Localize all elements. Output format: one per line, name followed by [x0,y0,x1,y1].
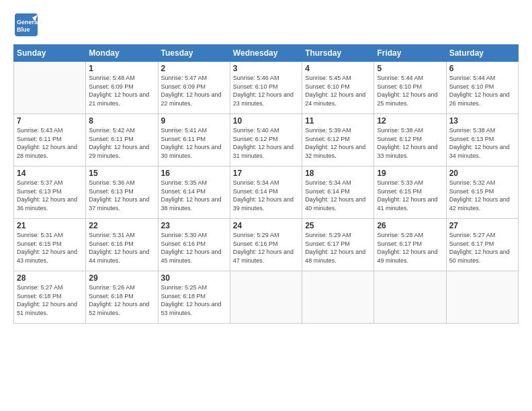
calendar-cell: 29Sunrise: 5:26 AMSunset: 6:18 PMDayligh… [86,271,158,324]
day-info: Sunrise: 5:33 AMSunset: 6:15 PMDaylight:… [377,179,443,212]
calendar: SundayMondayTuesdayWednesdayThursdayFrid… [13,44,519,324]
day-info: Sunrise: 5:47 AMSunset: 6:09 PMDaylight:… [161,74,227,107]
sunrise-text: Sunrise: 5:43 AM [17,126,83,135]
day-info: Sunrise: 5:27 AMSunset: 6:18 PMDaylight:… [17,283,83,317]
calendar-cell [446,271,518,324]
sunrise-text: Sunrise: 5:33 AM [377,179,443,187]
daylight-text: Daylight: 12 hours and 39 minutes. [233,195,299,212]
day-number: 2 [161,64,227,73]
sunset-text: Sunset: 6:09 PM [161,83,227,91]
daylight-text: Daylight: 12 hours and 28 minutes. [17,143,83,160]
day-number: 26 [377,221,443,230]
sunrise-text: Sunrise: 5:31 AM [89,231,154,240]
calendar-cell: 26Sunrise: 5:28 AMSunset: 6:17 PMDayligh… [374,219,446,271]
calendar-cell [374,271,446,324]
day-number: 14 [17,169,83,178]
daylight-text: Daylight: 12 hours and 43 minutes. [17,248,83,265]
calendar-cell: 9Sunrise: 5:41 AMSunset: 6:11 PMDaylight… [158,114,230,167]
calendar-cell: 2Sunrise: 5:47 AMSunset: 6:09 PMDaylight… [158,62,230,114]
calendar-cell: 13Sunrise: 5:38 AMSunset: 6:13 PMDayligh… [446,114,518,167]
sunrise-text: Sunrise: 5:47 AM [161,74,227,83]
sunrise-text: Sunrise: 5:38 AM [377,126,443,135]
day-info: Sunrise: 5:43 AMSunset: 6:11 PMDaylight:… [17,126,83,160]
daylight-text: Daylight: 12 hours and 50 minutes. [449,248,515,265]
daylight-text: Daylight: 12 hours and 23 minutes. [233,91,299,107]
sunrise-text: Sunrise: 5:29 AM [233,231,299,240]
calendar-cell: 12Sunrise: 5:38 AMSunset: 6:12 PMDayligh… [374,114,446,167]
day-number: 12 [377,116,443,126]
sunrise-text: Sunrise: 5:31 AM [17,231,83,240]
calendar-cell: 7Sunrise: 5:43 AMSunset: 6:11 PMDaylight… [14,114,86,167]
calendar-header-thursday: Thursday [302,45,374,62]
calendar-cell [302,271,374,324]
calendar-week-row: 14Sunrise: 5:37 AMSunset: 6:13 PMDayligh… [14,167,519,219]
sunrise-text: Sunrise: 5:27 AM [17,283,83,292]
sunset-text: Sunset: 6:13 PM [17,187,83,196]
day-number: 30 [161,273,227,283]
day-number: 10 [233,116,299,126]
daylight-text: Daylight: 12 hours and 52 minutes. [89,300,154,317]
sunset-text: Sunset: 6:16 PM [233,240,299,248]
day-info: Sunrise: 5:32 AMSunset: 6:15 PMDaylight:… [449,179,515,212]
day-info: Sunrise: 5:25 AMSunset: 6:18 PMDaylight:… [161,283,227,317]
calendar-week-row: 7Sunrise: 5:43 AMSunset: 6:11 PMDaylight… [14,114,519,167]
daylight-text: Daylight: 12 hours and 29 minutes. [89,143,154,160]
daylight-text: Daylight: 12 hours and 21 minutes. [89,91,154,107]
sunset-text: Sunset: 6:14 PM [233,187,299,196]
calendar-header-row: SundayMondayTuesdayWednesdayThursdayFrid… [14,45,519,62]
day-info: Sunrise: 5:44 AMSunset: 6:10 PMDaylight:… [449,74,515,107]
day-info: Sunrise: 5:37 AMSunset: 6:13 PMDaylight:… [17,179,83,212]
sunrise-text: Sunrise: 5:36 AM [89,179,154,187]
daylight-text: Daylight: 12 hours and 44 minutes. [89,248,154,265]
daylight-text: Daylight: 12 hours and 30 minutes. [161,143,227,160]
calendar-cell: 5Sunrise: 5:44 AMSunset: 6:10 PMDaylight… [374,62,446,114]
day-number: 18 [305,169,371,178]
sunset-text: Sunset: 6:17 PM [305,240,371,248]
sunrise-text: Sunrise: 5:30 AM [161,231,227,240]
sunrise-text: Sunrise: 5:26 AM [89,283,154,292]
day-number: 5 [377,64,443,73]
daylight-text: Daylight: 12 hours and 22 minutes. [161,91,227,107]
day-number: 6 [449,64,515,73]
sunrise-text: Sunrise: 5:32 AM [449,179,515,187]
logo: General Blue [13,12,39,38]
day-number: 22 [89,221,154,230]
calendar-week-row: 1Sunrise: 5:48 AMSunset: 6:09 PMDaylight… [14,62,519,114]
sunset-text: Sunset: 6:16 PM [161,240,227,248]
calendar-cell: 22Sunrise: 5:31 AMSunset: 6:16 PMDayligh… [86,219,158,271]
sunset-text: Sunset: 6:18 PM [17,292,83,301]
calendar-cell: 24Sunrise: 5:29 AMSunset: 6:16 PMDayligh… [230,219,302,271]
sunrise-text: Sunrise: 5:34 AM [233,179,299,187]
sunset-text: Sunset: 6:11 PM [89,135,154,144]
calendar-cell: 27Sunrise: 5:27 AMSunset: 6:17 PMDayligh… [446,219,518,271]
calendar-cell: 15Sunrise: 5:36 AMSunset: 6:13 PMDayligh… [86,167,158,219]
svg-text:Blue: Blue [17,26,30,33]
sunrise-text: Sunrise: 5:35 AM [161,179,227,187]
day-number: 3 [233,64,299,73]
calendar-cell: 30Sunrise: 5:25 AMSunset: 6:18 PMDayligh… [158,271,230,324]
day-info: Sunrise: 5:38 AMSunset: 6:12 PMDaylight:… [377,126,443,160]
day-number: 15 [89,169,154,178]
day-number: 13 [449,116,515,126]
calendar-week-row: 28Sunrise: 5:27 AMSunset: 6:18 PMDayligh… [14,271,519,324]
calendar-cell: 20Sunrise: 5:32 AMSunset: 6:15 PMDayligh… [446,167,518,219]
calendar-header-friday: Friday [374,45,446,62]
sunset-text: Sunset: 6:17 PM [377,240,443,248]
day-number: 16 [161,169,227,178]
calendar-cell: 8Sunrise: 5:42 AMSunset: 6:11 PMDaylight… [86,114,158,167]
daylight-text: Daylight: 12 hours and 34 minutes. [449,143,515,160]
logo-icon: General Blue [13,12,39,38]
daylight-text: Daylight: 12 hours and 41 minutes. [377,195,443,212]
sunset-text: Sunset: 6:13 PM [449,135,515,144]
daylight-text: Daylight: 12 hours and 36 minutes. [17,195,83,212]
calendar-cell: 4Sunrise: 5:45 AMSunset: 6:10 PMDaylight… [302,62,374,114]
sunset-text: Sunset: 6:17 PM [449,240,515,248]
day-number: 17 [233,169,299,178]
day-number: 27 [449,221,515,230]
daylight-text: Daylight: 12 hours and 48 minutes. [305,248,371,265]
sunrise-text: Sunrise: 5:44 AM [449,74,515,83]
sunrise-text: Sunrise: 5:41 AM [161,126,227,135]
day-info: Sunrise: 5:26 AMSunset: 6:18 PMDaylight:… [89,283,154,317]
day-number: 1 [89,64,154,73]
sunset-text: Sunset: 6:18 PM [89,292,154,301]
